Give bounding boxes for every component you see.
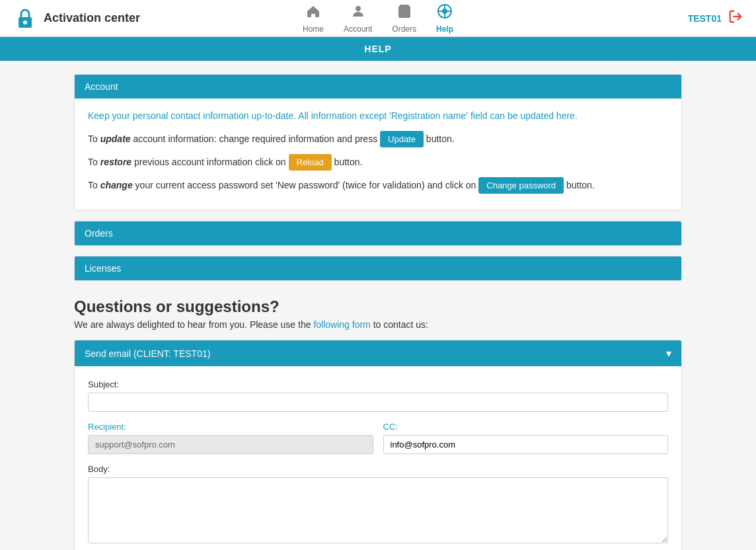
- questions-subtitle: We are always delighted to hear from you…: [74, 319, 682, 330]
- cc-input[interactable]: [383, 435, 669, 454]
- username: TEST01: [688, 13, 722, 24]
- restore-prefix: To: [88, 157, 100, 167]
- licenses-section: Licenses: [74, 256, 682, 281]
- email-section-header[interactable]: Send email (CLIENT: TEST01) ▾: [75, 340, 681, 366]
- header: Activation center Home Account Orders He…: [0, 0, 756, 37]
- update-end: button.: [426, 134, 455, 144]
- orders-section-header[interactable]: Orders: [75, 221, 681, 245]
- nav-help-label: Help: [436, 24, 453, 34]
- restore-end: button.: [334, 157, 363, 167]
- logo: Activation center: [13, 7, 140, 30]
- chevron-down-icon: ▾: [666, 347, 671, 360]
- email-section-body: Subject: Recipient: CC: Body:: [75, 366, 681, 550]
- account-section-body: Keep your personal contact information u…: [75, 98, 681, 210]
- update-prefix: To: [88, 134, 100, 144]
- orders-icon: [397, 3, 412, 23]
- help-bar: HELP: [0, 37, 756, 61]
- email-section: Send email (CLIENT: TEST01) ▾ Subject: R…: [74, 340, 682, 550]
- header-right: TEST01: [688, 9, 743, 27]
- nav-account-label: Account: [344, 24, 372, 34]
- help-icon: [437, 3, 453, 23]
- help-bar-label: HELP: [364, 44, 391, 54]
- nav-orders[interactable]: Orders: [392, 3, 416, 34]
- home-icon: [305, 3, 321, 23]
- cc-label: CC:: [383, 422, 669, 432]
- account-info-text: Keep your personal contact information u…: [88, 108, 668, 123]
- questions-sub-post: to contact us:: [371, 319, 428, 330]
- licenses-section-header[interactable]: Licenses: [75, 256, 681, 280]
- nav-home-label: Home: [303, 24, 324, 34]
- subject-input[interactable]: [88, 393, 668, 412]
- questions-title: Questions or suggestions?: [74, 297, 682, 316]
- account-section-header[interactable]: Account: [75, 75, 681, 98]
- nav-help[interactable]: Help: [436, 3, 453, 34]
- account-section-title: Account: [85, 81, 118, 92]
- svg-point-2: [356, 6, 361, 11]
- account-change-line: To change your current access password s…: [88, 177, 668, 194]
- change-suffix: your current access password set 'New pa…: [133, 180, 476, 190]
- logout-button[interactable]: [728, 9, 743, 27]
- nav-home[interactable]: Home: [303, 3, 324, 34]
- recipient-label: Recipient:: [88, 422, 373, 432]
- restore-word: restore: [100, 157, 132, 167]
- change-prefix: To: [88, 180, 100, 190]
- main-nav: Home Account Orders Help: [303, 3, 453, 34]
- account-icon: [350, 3, 366, 23]
- update-word: update: [100, 134, 131, 144]
- licenses-section-title: Licenses: [85, 263, 121, 274]
- update-button[interactable]: Update: [380, 131, 424, 147]
- account-update-line: To update account information: change re…: [88, 131, 668, 147]
- questions-sub-pre: We are always delighted to hear from you…: [74, 319, 313, 330]
- cc-col: CC:: [383, 422, 669, 454]
- main-content: Account Keep your personal contact infor…: [61, 74, 695, 550]
- change-end: button.: [566, 180, 595, 190]
- orders-section: Orders: [74, 221, 682, 246]
- recipient-col: Recipient:: [88, 422, 373, 454]
- svg-point-5: [442, 9, 447, 14]
- account-restore-line: To restore previous account information …: [88, 154, 668, 171]
- subject-label: Subject:: [88, 379, 668, 389]
- nav-account[interactable]: Account: [344, 3, 372, 34]
- change-word: change: [100, 180, 133, 190]
- email-section-title: Send email (CLIENT: TEST01): [85, 348, 210, 359]
- orders-section-title: Orders: [85, 228, 113, 239]
- svg-point-1: [23, 20, 27, 24]
- recipient-cc-row: Recipient: CC:: [88, 422, 668, 454]
- questions-sub-link[interactable]: following form: [313, 319, 370, 330]
- recipient-input: [88, 435, 373, 454]
- change-password-button[interactable]: Change password: [478, 177, 564, 194]
- update-suffix: account information: change required inf…: [131, 134, 378, 144]
- nav-orders-label: Orders: [392, 24, 416, 34]
- account-section: Account Keep your personal contact infor…: [74, 74, 682, 211]
- body-textarea[interactable]: [88, 477, 668, 543]
- app-title: Activation center: [44, 11, 140, 25]
- restore-suffix: previous account information click on: [132, 157, 285, 167]
- body-label: Body:: [88, 464, 668, 474]
- lock-icon: [13, 7, 37, 30]
- reload-button[interactable]: Reload: [289, 154, 332, 171]
